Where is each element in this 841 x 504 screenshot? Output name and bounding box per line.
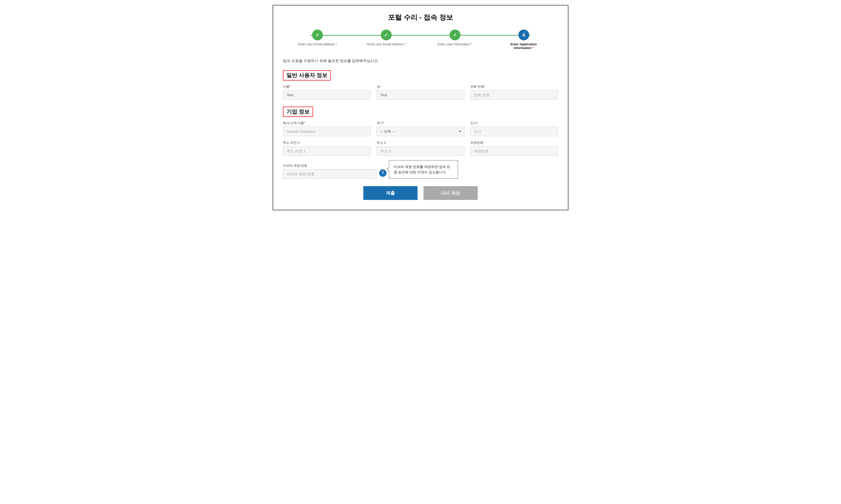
company-label: 회사/고객 이름*: [283, 121, 371, 125]
country-select[interactable]: -- 선택 --: [377, 127, 464, 136]
address1-group: 주소 라인 1*: [283, 141, 371, 156]
general-info-row: 이름* 성* 전화 번호*: [283, 85, 558, 100]
step-1-circle: ✓: [312, 30, 323, 40]
general-info-header: 일반 사용자 정보: [283, 70, 331, 80]
country-group: 국가* -- 선택 --: [377, 121, 464, 136]
step-2-label: Verify User Email Address *: [366, 42, 406, 46]
address2-input[interactable]: [377, 146, 464, 156]
city-input[interactable]: [470, 127, 558, 136]
city-label: 도시*: [470, 121, 558, 125]
address2-group: 주소 2: [377, 141, 464, 156]
company-info-header: 기업 정보: [283, 107, 313, 117]
step-4-circle: 4: [518, 30, 529, 40]
company-input[interactable]: [283, 127, 371, 136]
first-name-label: 이름*: [283, 85, 371, 89]
button-row: 제출 다시 작성: [283, 186, 558, 200]
zip-group: 우편번호*: [470, 141, 558, 156]
step-1-label: Enter User Email Address *: [298, 42, 337, 46]
first-name-group: 이름*: [283, 85, 371, 100]
last-name-group: 성*: [377, 85, 464, 100]
phone-group: 전화 번호*: [470, 85, 558, 100]
step-3-label: Enter User Information *: [438, 42, 472, 46]
help-icon[interactable]: ?: [379, 169, 387, 177]
address2-label: 주소 2: [377, 141, 464, 145]
zip-label: 우편번호*: [470, 141, 558, 145]
address-row: 주소 라인 1* 주소 2 우편번호*: [283, 141, 558, 156]
city-group: 도시*: [470, 121, 558, 136]
country-label: 국가*: [377, 121, 464, 125]
reset-button[interactable]: 다시 작성: [424, 186, 478, 200]
step-4-label: Enter Application Information *: [504, 42, 544, 50]
zebra-field-group: 지브라 계정 번호: [283, 163, 377, 179]
zebra-account-input[interactable]: [283, 169, 377, 179]
step-1: ✓ Enter User Email Address *: [283, 30, 352, 46]
zip-input[interactable]: [470, 146, 558, 156]
step-4: 4 Enter Application Information *: [489, 30, 558, 50]
last-name-label: 성*: [377, 85, 464, 89]
zebra-label: 지브라 계정 번호: [283, 163, 377, 168]
form-description: 접속 요청을 지원하기 위해 필요한 정보를 입력해주십시오.: [283, 59, 558, 63]
tooltip-box: 지브라 계정 번호를 제공하면 접속 요청 승인에 대한 지연이 감소됩니다: [389, 160, 458, 179]
submit-button[interactable]: 제출: [363, 186, 417, 200]
company-row: 회사/고객 이름* 국가* -- 선택 -- 도시*: [283, 121, 558, 136]
address1-label: 주소 라인 1*: [283, 141, 371, 145]
step-3-circle: ✓: [450, 30, 460, 40]
step-3: ✓ Enter User Information *: [420, 30, 489, 46]
zebra-row: 지브라 계정 번호 ? 지브라 계정 번호를 제공하면 접속 요청 승인에 대한…: [283, 160, 558, 179]
page-title: 포털 수리 - 접속 정보: [283, 13, 558, 22]
step-2-circle: ✓: [381, 30, 392, 40]
stepper: ✓ Enter User Email Address * ✓ Verify Us…: [283, 30, 558, 50]
last-name-input[interactable]: [377, 90, 464, 100]
step-2: ✓ Verify User Email Address *: [352, 30, 420, 46]
phone-input[interactable]: [470, 90, 558, 100]
address1-input[interactable]: [283, 146, 371, 156]
first-name-input[interactable]: [283, 90, 371, 100]
company-group: 회사/고객 이름*: [283, 121, 371, 136]
phone-label: 전화 번호*: [470, 85, 558, 89]
